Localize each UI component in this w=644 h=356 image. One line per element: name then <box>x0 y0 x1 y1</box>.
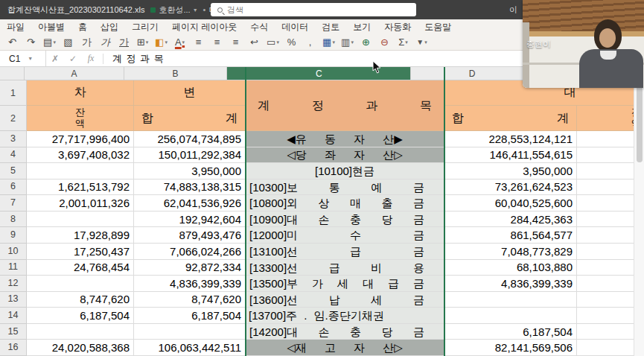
row-header-7[interactable]: 7 <box>0 195 27 212</box>
cell-D10[interactable]: 7,048,773,829 <box>444 244 577 260</box>
cell-A12[interactable] <box>27 276 134 292</box>
cell-C1-merged-selected[interactable]: 계 정 과 목 <box>246 80 444 131</box>
cell-A15[interactable] <box>27 324 134 340</box>
cell-C10[interactable]: [13100]선 급 금 <box>246 244 444 260</box>
align-right-icon[interactable]: ≡ <box>226 34 245 51</box>
cell-A9[interactable]: 17,928,899 <box>27 227 134 244</box>
cell-D16[interactable]: 82,141,569,506 <box>444 340 577 356</box>
cell-D3[interactable]: 228,553,124,121 <box>444 131 577 147</box>
vertical-scrollbar[interactable]: ▲ <box>634 67 644 356</box>
cell-B7[interactable]: 62,041,536,926 <box>134 195 246 212</box>
cell-D12[interactable]: 4,836,399,339 <box>444 276 577 292</box>
cell-C5[interactable]: [10100]현금 <box>246 163 444 179</box>
undo-icon[interactable]: ↶ <box>3 34 22 51</box>
cell-A13[interactable]: 8,747,620 <box>27 292 134 308</box>
cell-A8[interactable] <box>27 212 134 228</box>
cell-A10[interactable]: 17,250,437 <box>27 244 134 260</box>
italic-icon[interactable]: 가 <box>96 34 115 51</box>
menu-item-10[interactable]: 자동화 <box>377 21 418 34</box>
formula-input[interactable]: 계 정 과 목 <box>112 52 165 66</box>
row-header-15[interactable]: 15 <box>0 324 27 340</box>
fill-color-icon[interactable]: ◧▾ <box>152 34 170 51</box>
menu-item-2[interactable]: 홈 <box>71 21 94 34</box>
cell-A2[interactable]: 잔액 <box>27 106 134 131</box>
row-header-9[interactable]: 9 <box>0 227 27 244</box>
compatibility-mode-chip[interactable]: 호환성... <box>159 4 190 16</box>
name-box[interactable]: C1 ▼ <box>0 51 46 66</box>
cell-B11[interactable]: 92,872,334 <box>134 260 246 276</box>
row-header-2[interactable]: 2 <box>0 106 27 131</box>
menu-item-3[interactable]: 삽입 <box>94 21 125 34</box>
comma-style-icon[interactable]: , <box>301 34 319 51</box>
cell-B6[interactable]: 74,883,138,315 <box>134 179 246 196</box>
cell-C6[interactable]: [10300]보 통 예 금 <box>246 179 444 196</box>
conditional-formatting-icon[interactable]: ▦▾ <box>319 34 338 51</box>
cell-A4[interactable]: 3,697,408,032 <box>27 147 134 164</box>
cell-B14[interactable]: 6,187,504 <box>134 308 246 324</box>
delete-cells-icon[interactable]: ⊖ <box>375 34 394 51</box>
cell-B2[interactable]: 합 계 <box>134 106 246 131</box>
cell-D7[interactable]: 60,040,525,600 <box>444 195 577 212</box>
cell-D5[interactable]: 3,950,000 <box>444 163 577 179</box>
row-header-5[interactable]: 5 <box>0 163 27 179</box>
menu-item-11[interactable]: 도움말 <box>418 21 458 34</box>
borders-icon[interactable]: ⊞▾ <box>133 34 152 51</box>
cell-B9[interactable]: 879,493,476 <box>134 227 246 244</box>
format-as-table-icon[interactable]: ▥▾ <box>338 34 357 51</box>
cell-B3[interactable]: 256,074,734,895 <box>134 131 246 147</box>
row-header-14[interactable]: 14 <box>0 308 27 324</box>
cell-D2[interactable]: 합 계 <box>444 106 577 131</box>
cell-A1[interactable]: 차 <box>27 80 134 106</box>
autosum-icon[interactable]: Σ▾ <box>394 34 412 51</box>
cell-B12[interactable]: 4,836,399,339 <box>134 276 246 292</box>
cell-C11[interactable]: [13300]선 급 비 용 <box>246 260 444 276</box>
cell-B4[interactable]: 150,011,292,384 <box>134 147 246 164</box>
cell-D9[interactable]: 861,564,577 <box>444 227 577 244</box>
cell-A16[interactable]: 24,020,588,368 <box>27 340 134 356</box>
cell-B15[interactable] <box>134 324 246 340</box>
format-painter-icon[interactable]: ▧ <box>59 34 77 51</box>
cell-A6[interactable]: 1,621,513,792 <box>27 179 134 196</box>
cell-B16[interactable]: 106,063,442,511 <box>134 340 246 356</box>
row-header-3[interactable]: 3 <box>0 131 27 147</box>
row-header-11[interactable]: 11 <box>0 260 27 276</box>
scrollbar-thumb[interactable] <box>637 80 643 162</box>
cell-A7[interactable]: 2,001,011,326 <box>27 195 134 212</box>
cell-B8[interactable]: 192,942,604 <box>134 212 246 228</box>
cell-A14[interactable]: 6,187,504 <box>27 308 134 324</box>
align-center-icon[interactable]: ≡ <box>208 34 226 51</box>
cell-C9[interactable]: [12000]미 수 금 <box>246 227 444 244</box>
row-header-6[interactable]: 6 <box>0 179 27 196</box>
wrap-text-icon[interactable]: ↩ <box>245 34 264 51</box>
select-all-corner[interactable] <box>0 67 25 80</box>
cell-B13[interactable]: 8,747,620 <box>134 292 246 308</box>
search-box[interactable]: 검색 <box>211 3 416 16</box>
menu-item-0[interactable]: 파일 <box>0 21 31 34</box>
menu-item-5[interactable]: 페이지 레이아웃 <box>165 21 243 34</box>
menu-item-8[interactable]: 검토 <box>315 21 346 34</box>
row-header-16[interactable]: 16 <box>0 340 27 356</box>
font-color-icon[interactable]: A▾ <box>170 34 189 51</box>
row-header-4[interactable]: 4 <box>0 147 27 164</box>
cell-D15[interactable]: 6,187,504 <box>444 324 577 340</box>
sort-filter-icon[interactable]: ▼▾ <box>412 34 431 51</box>
cell-D13[interactable] <box>444 292 577 308</box>
menu-item-9[interactable]: 보기 <box>346 21 377 34</box>
column-header-D[interactable]: D <box>411 67 534 80</box>
align-left-icon[interactable]: ≡ <box>189 34 208 51</box>
cell-A3[interactable]: 27,717,996,400 <box>27 131 134 147</box>
underline-icon[interactable]: 가 <box>115 34 133 51</box>
menu-item-7[interactable]: 데이터 <box>275 21 315 34</box>
cell-C13[interactable]: [13600]선 납 세 금 <box>246 292 444 308</box>
column-header-C[interactable]: C <box>227 67 411 80</box>
row-header-8[interactable]: 8 <box>0 212 27 228</box>
percent-style-icon[interactable]: % <box>282 34 301 51</box>
cell-D14[interactable] <box>444 308 577 324</box>
row-header-1[interactable]: 1 <box>0 80 27 106</box>
cell-D6[interactable]: 73,261,624,523 <box>444 179 577 196</box>
cell-B10[interactable]: 7,066,024,266 <box>134 244 246 260</box>
row-header-12[interactable]: 12 <box>0 276 27 292</box>
cell-C14[interactable]: [13700]주 . 임.종단기채권 <box>246 308 444 324</box>
cell-C16[interactable]: ◁재 고 자 산▷ <box>246 340 444 356</box>
column-header-B[interactable]: B <box>124 67 228 80</box>
